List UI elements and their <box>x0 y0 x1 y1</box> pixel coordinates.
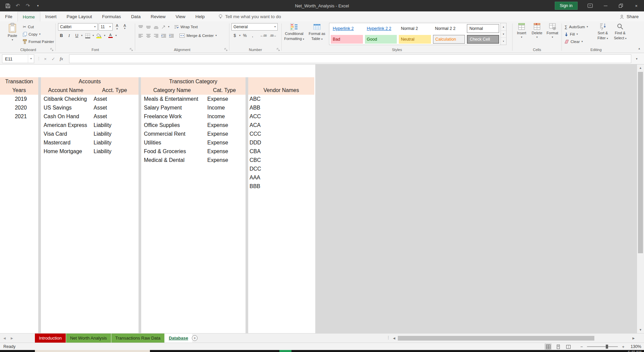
year-cell[interactable]: 2019 <box>0 95 38 103</box>
account-name-cell[interactable]: Visa Card <box>41 130 91 138</box>
cancel-icon[interactable]: × <box>42 54 49 63</box>
category-type-cell[interactable]: Income <box>203 112 225 121</box>
orientation-button[interactable] <box>160 23 167 31</box>
delete-cells-button[interactable]: Delete ▾ <box>530 23 544 48</box>
year-cell[interactable]: 2021 <box>0 112 38 121</box>
clipboard-dialog-launcher-icon[interactable] <box>50 48 54 51</box>
header-accounts[interactable]: Accounts Account Name Acct. Type <box>41 77 139 95</box>
category-name-cell[interactable]: Food & Groceries <box>141 147 203 156</box>
vendor-cell[interactable]: CBC <box>248 156 314 165</box>
increase-indent-button[interactable] <box>168 32 175 39</box>
accounting-format-button[interactable]: $ <box>231 32 238 39</box>
category-type-cell[interactable]: Expense <box>203 121 228 130</box>
zoom-out-icon[interactable]: − <box>580 344 584 349</box>
horizontal-scrollbar[interactable]: ◀ ▶ <box>391 335 637 342</box>
style-bad[interactable]: Bad <box>331 35 363 44</box>
vendor-cell[interactable]: ABC <box>248 95 314 103</box>
font-color-button[interactable]: A <box>106 32 114 39</box>
unused-range-fill[interactable] <box>315 64 637 333</box>
category-type-cell[interactable]: Expense <box>203 130 228 138</box>
vendor-cell[interactable]: ACA <box>248 121 314 130</box>
account-name-cell[interactable]: Mastercard <box>41 138 91 147</box>
vendor-cell[interactable]: ABB <box>248 103 314 112</box>
copy-button[interactable]: Copy▾ <box>22 31 55 38</box>
category-name-cell[interactable]: Office Supplies <box>141 121 203 130</box>
sheet-tab-transactions-raw-data[interactable]: Transactions Raw Data <box>111 334 165 343</box>
customize-qat-icon[interactable]: ▾ <box>34 1 42 10</box>
account-type-cell[interactable]: Asset <box>91 103 107 112</box>
scroll-down-icon[interactable]: ▼ <box>637 326 644 333</box>
font-size-combo[interactable]: 11▾ <box>99 23 113 31</box>
category-name-cell[interactable]: Freelance Work <box>141 112 203 121</box>
account-type-cell[interactable]: Liability <box>91 138 111 147</box>
header-transaction-years[interactable]: Transaction Years <box>0 77 38 95</box>
scroll-up-icon[interactable]: ▲ <box>637 64 644 71</box>
conditional-formatting-button[interactable]: Conditional Formatting ▾ <box>283 23 306 48</box>
font-color-caret[interactable]: ▾ <box>115 34 117 37</box>
account-name-cell[interactable]: US Savings <box>41 103 91 112</box>
minimize-button[interactable] <box>598 0 613 11</box>
tab-data[interactable]: Data <box>126 12 146 21</box>
sort-filter-button[interactable]: Sort & Filter ▾ <box>594 23 611 48</box>
align-bottom-button[interactable] <box>153 23 159 31</box>
category-name-cell[interactable]: Salary Payment <box>141 103 203 112</box>
vertical-scrollbar[interactable]: ▲ ▼ <box>637 64 644 333</box>
sheet-nav-right-icon[interactable]: ▶ <box>11 334 13 343</box>
tab-scroll-splitter[interactable]: ⋮ <box>386 335 390 340</box>
account-type-cell[interactable]: Liability <box>91 147 111 156</box>
tab-help[interactable]: Help <box>190 12 210 21</box>
increase-font-size-button[interactable]: A▴ <box>114 23 120 31</box>
format-painter-button[interactable]: Format Painter <box>22 38 55 45</box>
vertical-scroll-thumb[interactable] <box>638 72 643 253</box>
account-name-cell[interactable]: Home Mortgage <box>41 147 91 156</box>
zoom-slider-thumb[interactable] <box>606 345 608 349</box>
format-as-table-button[interactable]: Format as Table ▾ <box>306 23 328 48</box>
increase-decimal-button[interactable]: ←.00 <box>259 32 268 39</box>
align-center-button[interactable] <box>145 32 152 39</box>
autosum-button[interactable]: ∑ AutoSum▾ <box>564 23 589 31</box>
zoom-slider[interactable] <box>587 346 618 347</box>
underline-caret[interactable]: ▾ <box>81 34 83 37</box>
spreadsheet-grid[interactable]: Transaction Years Accounts Account Name … <box>0 64 644 333</box>
taskbar-item[interactable] <box>279 350 291 352</box>
account-type-cell[interactable]: Asset <box>91 112 107 121</box>
restore-button[interactable] <box>613 0 629 11</box>
category-type-cell[interactable]: Expense <box>203 156 228 165</box>
decrease-font-size-button[interactable]: A▾ <box>121 23 128 31</box>
vendor-cell[interactable]: CCC <box>248 130 314 138</box>
category-name-cell[interactable]: Meals & Entertainment <box>141 95 203 103</box>
gallery-more-icon[interactable]: ▾ <box>501 38 506 45</box>
clear-button[interactable]: Clear▾ <box>564 38 589 45</box>
tell-me-box[interactable]: Tell me what you want to do <box>218 12 281 21</box>
category-name-cell[interactable]: Utilities <box>141 138 203 147</box>
vendor-cell[interactable]: DDD <box>248 138 314 147</box>
style-normal-2-2[interactable]: Normal 2 2 <box>433 24 465 33</box>
page-break-view-icon[interactable] <box>565 344 572 350</box>
italic-button[interactable]: I <box>66 32 72 39</box>
fill-color-button[interactable] <box>95 32 103 39</box>
format-cells-button[interactable]: Format ▾ <box>545 23 560 48</box>
tab-formulas[interactable]: Formulas <box>97 12 126 21</box>
header-transaction-category[interactable]: Transction Category Category Name Cat. T… <box>141 77 246 95</box>
sheet-tab-net-worth-analysis[interactable]: Net Worth Analysis <box>66 334 111 343</box>
font-name-combo[interactable]: Calibri▾ <box>58 23 98 31</box>
category-name-cell[interactable]: Medical & Dental <box>141 156 203 165</box>
taskbar-item[interactable] <box>35 350 150 352</box>
style-check-cell[interactable]: Check Cell <box>467 35 499 44</box>
close-button[interactable]: × <box>629 0 644 11</box>
find-select-button[interactable]: Find & Select ▾ <box>612 23 629 48</box>
decrease-indent-button[interactable] <box>160 32 167 39</box>
name-box[interactable]: E11 ▾ <box>2 54 34 63</box>
tab-file[interactable]: File <box>0 12 17 21</box>
insert-cells-button[interactable]: Insert ▾ <box>514 23 529 48</box>
style-calculation[interactable]: Calculation <box>433 35 465 44</box>
zoom-in-icon[interactable]: + <box>621 344 625 349</box>
align-middle-button[interactable] <box>145 23 152 31</box>
align-right-button[interactable] <box>153 32 159 39</box>
name-box-caret[interactable]: ▾ <box>28 55 34 63</box>
sheet-tab-introduction[interactable]: Introduction <box>35 334 66 343</box>
paste-button[interactable]: Paste ▾ <box>4 23 20 48</box>
undo-icon[interactable]: ↶ <box>13 1 22 10</box>
style-neutral[interactable]: Neutral <box>399 35 431 44</box>
sheet-nav-left-icon[interactable]: ◀ <box>3 334 6 343</box>
